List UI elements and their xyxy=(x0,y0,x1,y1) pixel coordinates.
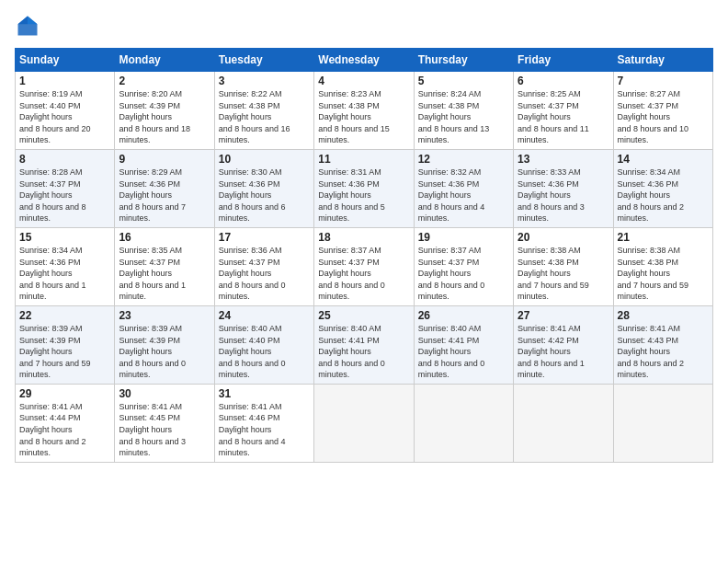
day-number: 26 xyxy=(418,309,509,322)
day-number: 31 xyxy=(219,387,310,400)
cell-info: Sunrise: 8:37 AM Sunset: 4:37 PM Dayligh… xyxy=(418,245,509,303)
col-saturday: Saturday xyxy=(613,49,712,72)
table-row: 26 Sunrise: 8:40 AM Sunset: 4:41 PM Dayl… xyxy=(414,305,513,384)
col-friday: Friday xyxy=(514,49,613,72)
table-row: 24 Sunrise: 8:40 AM Sunset: 4:40 PM Dayl… xyxy=(214,305,313,384)
cell-info: Sunrise: 8:39 AM Sunset: 4:39 PM Dayligh… xyxy=(119,323,210,381)
cell-info: Sunrise: 8:30 AM Sunset: 4:36 PM Dayligh… xyxy=(219,167,310,224)
table-row xyxy=(613,384,712,462)
cell-info: Sunrise: 8:40 AM Sunset: 4:40 PM Dayligh… xyxy=(219,323,310,381)
col-wednesday: Wednesday xyxy=(314,49,414,72)
day-number: 3 xyxy=(219,75,310,87)
col-tuesday: Tuesday xyxy=(214,49,313,72)
table-row: 3 Sunrise: 8:22 AM Sunset: 4:38 PM Dayli… xyxy=(214,72,313,150)
cell-info: Sunrise: 8:29 AM Sunset: 4:36 PM Dayligh… xyxy=(119,167,210,224)
table-row: 25 Sunrise: 8:40 AM Sunset: 4:41 PM Dayl… xyxy=(314,305,414,384)
cell-info: Sunrise: 8:41 AM Sunset: 4:42 PM Dayligh… xyxy=(518,323,609,381)
col-sunday: Sunday xyxy=(16,49,115,72)
cell-info: Sunrise: 8:41 AM Sunset: 4:45 PM Dayligh… xyxy=(119,401,210,459)
cell-info: Sunrise: 8:34 AM Sunset: 4:36 PM Dayligh… xyxy=(618,167,709,224)
cell-info: Sunrise: 8:39 AM Sunset: 4:39 PM Dayligh… xyxy=(19,323,110,381)
page: Sunday Monday Tuesday Wednesday Thursday… xyxy=(0,0,728,563)
calendar-week-row: 22 Sunrise: 8:39 AM Sunset: 4:39 PM Dayl… xyxy=(16,305,713,384)
table-row: 2 Sunrise: 8:20 AM Sunset: 4:39 PM Dayli… xyxy=(115,72,214,150)
day-number: 4 xyxy=(318,75,409,87)
cell-info: Sunrise: 8:36 AM Sunset: 4:37 PM Dayligh… xyxy=(219,245,310,303)
calendar-week-row: 8 Sunrise: 8:28 AM Sunset: 4:37 PM Dayli… xyxy=(16,149,713,227)
table-row: 30 Sunrise: 8:41 AM Sunset: 4:45 PM Dayl… xyxy=(115,384,214,462)
table-row: 21 Sunrise: 8:38 AM Sunset: 4:38 PM Dayl… xyxy=(613,227,712,305)
day-number: 9 xyxy=(119,153,210,166)
day-number: 29 xyxy=(19,387,110,400)
table-row: 18 Sunrise: 8:37 AM Sunset: 4:37 PM Dayl… xyxy=(314,227,414,305)
cell-info: Sunrise: 8:22 AM Sunset: 4:38 PM Dayligh… xyxy=(219,88,310,146)
table-row: 16 Sunrise: 8:35 AM Sunset: 4:37 PM Dayl… xyxy=(115,227,214,305)
day-number: 5 xyxy=(418,75,509,87)
table-row: 9 Sunrise: 8:29 AM Sunset: 4:36 PM Dayli… xyxy=(115,149,214,227)
day-number: 16 xyxy=(119,231,210,244)
cell-info: Sunrise: 8:41 AM Sunset: 4:44 PM Dayligh… xyxy=(19,401,110,459)
col-monday: Monday xyxy=(115,49,214,72)
table-row: 29 Sunrise: 8:41 AM Sunset: 4:44 PM Dayl… xyxy=(16,384,115,462)
cell-info: Sunrise: 8:41 AM Sunset: 4:46 PM Dayligh… xyxy=(219,401,310,459)
day-number: 12 xyxy=(418,153,509,166)
table-row: 4 Sunrise: 8:23 AM Sunset: 4:38 PM Dayli… xyxy=(314,72,414,150)
day-number: 11 xyxy=(318,153,409,166)
day-number: 17 xyxy=(219,231,310,244)
table-row: 13 Sunrise: 8:33 AM Sunset: 4:36 PM Dayl… xyxy=(514,149,613,227)
day-number: 8 xyxy=(19,153,110,166)
day-number: 21 xyxy=(618,231,709,244)
day-number: 10 xyxy=(219,153,310,166)
logo xyxy=(15,13,44,39)
header xyxy=(15,13,713,39)
cell-info: Sunrise: 8:32 AM Sunset: 4:36 PM Dayligh… xyxy=(418,167,509,224)
table-row: 6 Sunrise: 8:25 AM Sunset: 4:37 PM Dayli… xyxy=(514,72,613,150)
cell-info: Sunrise: 8:27 AM Sunset: 4:37 PM Dayligh… xyxy=(618,88,709,146)
table-row: 31 Sunrise: 8:41 AM Sunset: 4:46 PM Dayl… xyxy=(214,384,313,462)
cell-info: Sunrise: 8:40 AM Sunset: 4:41 PM Dayligh… xyxy=(318,323,409,381)
table-row: 14 Sunrise: 8:34 AM Sunset: 4:36 PM Dayl… xyxy=(613,149,712,227)
day-number: 28 xyxy=(618,309,709,322)
table-row xyxy=(314,384,414,462)
cell-info: Sunrise: 8:20 AM Sunset: 4:39 PM Dayligh… xyxy=(119,88,210,146)
calendar-week-row: 29 Sunrise: 8:41 AM Sunset: 4:44 PM Dayl… xyxy=(16,384,713,462)
table-row xyxy=(414,384,513,462)
table-row: 7 Sunrise: 8:27 AM Sunset: 4:37 PM Dayli… xyxy=(613,72,712,150)
table-row: 1 Sunrise: 8:19 AM Sunset: 4:40 PM Dayli… xyxy=(16,72,115,150)
svg-marker-1 xyxy=(28,17,38,25)
table-row: 28 Sunrise: 8:41 AM Sunset: 4:43 PM Dayl… xyxy=(613,305,712,384)
day-number: 25 xyxy=(318,309,409,322)
day-number: 18 xyxy=(318,231,409,244)
day-number: 14 xyxy=(618,153,709,166)
calendar-week-row: 15 Sunrise: 8:34 AM Sunset: 4:36 PM Dayl… xyxy=(16,227,713,305)
table-row: 17 Sunrise: 8:36 AM Sunset: 4:37 PM Dayl… xyxy=(214,227,313,305)
table-row: 10 Sunrise: 8:30 AM Sunset: 4:36 PM Dayl… xyxy=(214,149,313,227)
table-row xyxy=(514,384,613,462)
logo-icon xyxy=(15,13,40,39)
col-thursday: Thursday xyxy=(414,49,513,72)
table-row: 20 Sunrise: 8:38 AM Sunset: 4:38 PM Dayl… xyxy=(514,227,613,305)
cell-info: Sunrise: 8:34 AM Sunset: 4:36 PM Dayligh… xyxy=(19,245,110,303)
calendar: Sunday Monday Tuesday Wednesday Thursday… xyxy=(15,48,713,463)
table-row: 11 Sunrise: 8:31 AM Sunset: 4:36 PM Dayl… xyxy=(314,149,414,227)
cell-info: Sunrise: 8:41 AM Sunset: 4:43 PM Dayligh… xyxy=(618,323,709,381)
cell-info: Sunrise: 8:31 AM Sunset: 4:36 PM Dayligh… xyxy=(318,167,409,224)
cell-info: Sunrise: 8:35 AM Sunset: 4:37 PM Dayligh… xyxy=(119,245,210,303)
svg-marker-2 xyxy=(18,17,28,25)
cell-info: Sunrise: 8:19 AM Sunset: 4:40 PM Dayligh… xyxy=(19,88,110,146)
day-number: 1 xyxy=(19,75,110,87)
table-row: 12 Sunrise: 8:32 AM Sunset: 4:36 PM Dayl… xyxy=(414,149,513,227)
day-number: 6 xyxy=(518,75,609,87)
cell-info: Sunrise: 8:38 AM Sunset: 4:38 PM Dayligh… xyxy=(618,245,709,303)
table-row: 22 Sunrise: 8:39 AM Sunset: 4:39 PM Dayl… xyxy=(16,305,115,384)
day-number: 15 xyxy=(19,231,110,244)
table-row: 5 Sunrise: 8:24 AM Sunset: 4:38 PM Dayli… xyxy=(414,72,513,150)
table-row: 27 Sunrise: 8:41 AM Sunset: 4:42 PM Dayl… xyxy=(514,305,613,384)
day-number: 2 xyxy=(119,75,210,87)
cell-info: Sunrise: 8:38 AM Sunset: 4:38 PM Dayligh… xyxy=(518,245,609,303)
day-number: 20 xyxy=(518,231,609,244)
day-number: 30 xyxy=(119,387,210,400)
table-row: 15 Sunrise: 8:34 AM Sunset: 4:36 PM Dayl… xyxy=(16,227,115,305)
cell-info: Sunrise: 8:33 AM Sunset: 4:36 PM Dayligh… xyxy=(518,167,609,224)
cell-info: Sunrise: 8:24 AM Sunset: 4:38 PM Dayligh… xyxy=(418,88,509,146)
